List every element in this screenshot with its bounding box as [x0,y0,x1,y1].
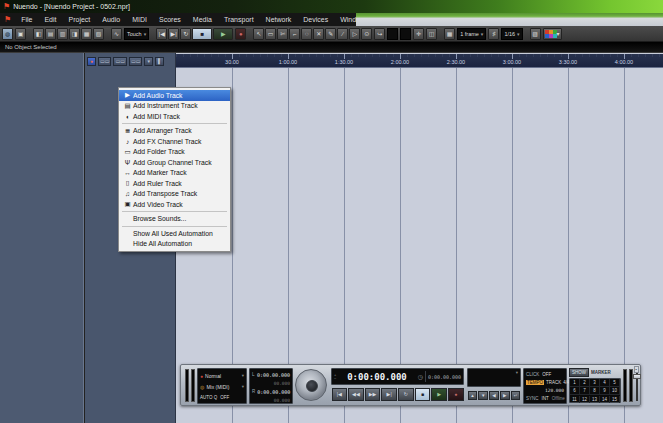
marker-button-13[interactable]: 13 [590,396,600,403]
range-selection-tool[interactable]: ▭ [265,28,276,40]
record-button[interactable]: ● [235,28,246,40]
toggle-inspector-icon[interactable]: ◧ [33,28,44,40]
track-header-slim-button[interactable]: ▌ [155,57,164,66]
menu-item-add-video-track[interactable]: ▣ Add Video Track [119,199,230,210]
left-locator-row[interactable]: L 0:00.00.000 [252,370,290,379]
grid-icon[interactable]: ▦ [444,28,455,40]
marker-button-5[interactable]: 5 [610,379,620,386]
menu-midi[interactable]: MIDI [126,16,153,23]
forward-button[interactable]: ▶▶ [365,388,381,401]
marker-button-1[interactable]: 1 [570,379,580,386]
menu-media[interactable]: Media [187,16,218,23]
marker-button-6[interactable]: 6 [570,387,580,394]
menu-item-hide-all-automation[interactable]: Hide All Automation [119,239,230,250]
output-fader-handle[interactable] [633,374,641,379]
snap-button[interactable]: ◫ [426,28,437,40]
menu-project[interactable]: Project [63,16,97,23]
automation-mode-dropdown[interactable]: Touch ▾ [124,28,149,40]
stop-button[interactable]: ■ [192,28,212,40]
track-controls-button-1[interactable]: ▭▭ [98,57,111,66]
marker-button-4[interactable]: 4 [600,379,610,386]
constrain-delay-button[interactable]: ▣ [15,28,26,40]
arranger-next-button[interactable]: ▶ [500,391,510,400]
shuttle-jog-wheel[interactable] [295,369,327,401]
marker-button-7[interactable]: 7 [580,387,590,394]
marker-button-9[interactable]: 9 [600,387,610,394]
marker-button-14[interactable]: 14 [600,396,610,403]
color-palette-button[interactable]: ▾ [543,28,562,40]
record-button[interactable]: ● [448,388,464,401]
quantize-icon[interactable]: ♯ [488,28,499,40]
mute-tool[interactable]: ✕ [313,28,324,40]
auto-quantize-row[interactable]: AUTO Q OFF [200,392,244,402]
menu-item-add-ruler-track[interactable]: ▯ Add Ruler Track [119,178,230,189]
menu-item-add-transpose-track[interactable]: ♫ Add Transpose Track [119,189,230,200]
midi-record-mode-row[interactable]: ◍ Mix (MIDI) ▾ [200,381,244,392]
menu-item-add-folder-track[interactable]: ▭ Add Folder Track [119,147,230,158]
rewind-button[interactable]: ◀◀ [348,388,364,401]
goto-start-button[interactable]: |◀ [332,388,348,401]
click-row[interactable]: CLICK OFF [526,370,564,378]
automation-panel-button[interactable]: ∿ [111,28,122,40]
menu-file[interactable]: File [15,16,38,23]
cycle-button[interactable]: ↻ [398,388,414,401]
goto-end-button[interactable]: ▶| [381,388,397,401]
goto-previous-marker-button[interactable]: |◀ [156,28,167,40]
timeline-ruler[interactable]: 30.00 1:00.00 1:30.00 2:00.00 2:30.00 3:… [176,54,663,68]
menu-item-add-audio-track[interactable]: ▶ Add Audio Track [119,90,230,101]
menu-item-show-all-used-automation[interactable]: Show All Used Automation [119,228,230,239]
menu-scores[interactable]: Scores [153,16,187,23]
grid-type-dropdown[interactable]: 1 frame ▾ [457,28,486,40]
time-nudge-buttons[interactable]: + − [334,373,336,381]
menu-network[interactable]: Network [260,16,298,23]
sync-row[interactable]: SYNC INT Offline [526,394,564,402]
line-tool[interactable]: ∕ [337,28,348,40]
marker-button-8[interactable]: 8 [590,387,600,394]
app-menu-icon[interactable]: ⚑ [4,15,11,24]
time-format-clock-icon[interactable]: ◷ [418,373,423,380]
track-header-dropdown[interactable]: ▾ [144,57,153,66]
split-tool[interactable]: ✄ [277,28,288,40]
transport-corner-button[interactable]: ▪ [634,366,639,373]
toggle-infoline-icon[interactable]: ▤ [45,28,56,40]
marker-button-10[interactable]: 10 [610,387,620,394]
arranger-activate-button[interactable]: ↵ [511,391,521,400]
erase-tool[interactable]: ◌ [301,28,312,40]
toggle-mixer-icon[interactable]: ▦ [81,28,92,40]
object-selection-tool[interactable]: ↖ [253,28,264,40]
autoscroll-button[interactable]: ✛ [413,28,424,40]
arranger-down-button[interactable]: ▼ [478,391,488,400]
menu-item-add-group-channel-track[interactable]: Ψ Add Group Channel Track [119,157,230,168]
zoom-tool[interactable]: ⊙ [361,28,372,40]
menu-item-add-midi-track[interactable]: ◖ Add MIDI Track [119,111,230,122]
crosshair-button[interactable]: ▨ [530,28,541,40]
track-color-button[interactable]: ● [87,57,96,66]
draw-tool[interactable]: ✎ [325,28,336,40]
jog-center-knob[interactable] [306,380,318,392]
time-minus-button[interactable]: − [334,377,336,381]
scrub-tool[interactable]: ▷ [349,28,360,40]
marker-button-15[interactable]: 15 [610,396,620,403]
arranger-display[interactable]: ▾ [467,368,521,387]
menu-audio[interactable]: Audio [96,16,126,23]
menu-edit[interactable]: Edit [38,16,62,23]
marker-button-11[interactable]: 11 [570,396,580,403]
nudge-button[interactable]: ↪ [374,28,385,40]
marker-button-3[interactable]: 3 [590,379,600,386]
menu-item-browse-sounds[interactable]: Browse Sounds... [119,214,230,225]
tempo-row[interactable]: TEMPO TRACK 4/4 [526,378,564,386]
track-controls-button-2[interactable]: ▭▭ [113,57,126,66]
menu-item-add-marker-track[interactable]: ↔ Add Marker Track [119,168,230,179]
show-markers-button[interactable]: SHOW [569,368,589,377]
play-button[interactable]: ▶ [213,28,233,40]
menu-transport[interactable]: Transport [218,16,260,23]
arranger-up-button[interactable]: ▲ [468,391,478,400]
inspector-panel[interactable] [0,53,84,423]
marker-button-12[interactable]: 12 [580,396,590,403]
play-button[interactable]: ▶ [431,388,447,401]
arranger-prev-button[interactable]: ◀ [489,391,499,400]
marker-button-2[interactable]: 2 [580,379,590,386]
toggle-overview-icon[interactable]: ▥ [57,28,68,40]
right-locator-row[interactable]: R 0:00.00.000 [252,387,290,396]
goto-next-marker-button[interactable]: ▶| [168,28,179,40]
